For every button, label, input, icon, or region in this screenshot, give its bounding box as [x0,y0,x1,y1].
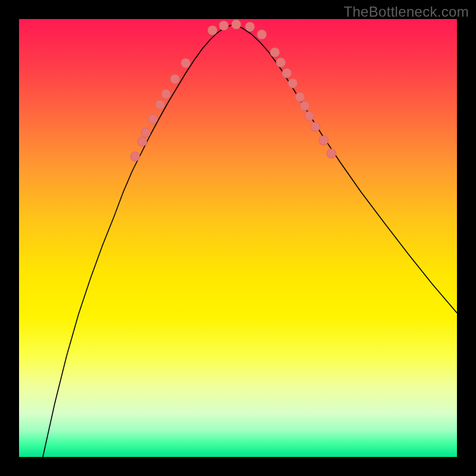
data-point-dot [219,21,228,30]
data-point-dot [130,152,140,161]
data-point-dot [161,89,171,99]
data-point-dot [141,128,151,137]
data-point-dot [311,122,320,131]
data-point-dot [208,26,217,35]
data-point-dot [245,22,255,32]
data-point-dot [288,79,298,88]
data-point-dot [295,92,305,102]
data-point-dot [327,149,336,158]
data-point-dot [300,101,309,111]
data-point-dot [282,68,292,78]
left-branch-curve [43,24,233,457]
data-point-dot [181,58,190,68]
dots-left-group [130,20,267,161]
right-branch-curve [233,24,457,313]
watermark-text: TheBottleneck.com [343,4,469,20]
data-point-dot [305,111,314,121]
data-point-dot [276,58,286,67]
dots-right-group [270,48,336,158]
data-point-dot [319,136,328,145]
chart-frame: TheBottleneck.com [0,0,476,476]
data-point-dot [270,48,280,57]
data-point-dot [137,137,147,146]
plot-area [19,19,457,457]
data-point-dot [257,30,267,39]
data-point-dot [231,20,241,29]
data-point-dot [155,100,165,109]
data-point-dot [170,74,180,84]
data-point-dot [148,114,158,124]
chart-svg [19,19,457,457]
